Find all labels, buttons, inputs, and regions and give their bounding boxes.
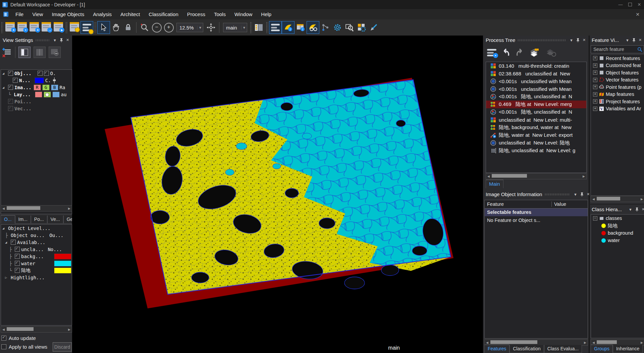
- tab-image-layers[interactable]: Im...: [15, 216, 31, 224]
- feature-view-hscrollbar[interactable]: ◀ ▶: [591, 196, 644, 202]
- process-row[interactable]: 陆地, background, water at New: [486, 124, 586, 131]
- select-cursor-button[interactable]: [97, 21, 110, 34]
- red-channel-cell[interactable]: R: [34, 84, 41, 91]
- water-checkbox[interactable]: [15, 261, 20, 266]
- opacity-checkbox[interactable]: [44, 71, 49, 76]
- tree-row-object-outline[interactable]: ├ Object ou... Ou...: [1, 232, 72, 239]
- feature-group-row[interactable]: + Recent features: [591, 55, 644, 62]
- tab-point-clouds[interactable]: Po...: [31, 216, 47, 224]
- process-row[interactable]: 陆地, water at New Level: export: [486, 131, 586, 139]
- panel-menu-chevron-icon[interactable]: ▼: [568, 37, 575, 43]
- tab-object-levels[interactable]: O...: [1, 215, 15, 224]
- toolbar-grip[interactable]: [266, 22, 268, 33]
- scroll-left-icon[interactable]: ◀: [486, 175, 491, 178]
- feature-group-row[interactable]: + Vector features: [591, 76, 644, 84]
- layer-blue-cell[interactable]: [52, 92, 60, 98]
- menu-view[interactable]: View: [28, 10, 47, 19]
- expanded-triangle-icon[interactable]: ◢: [2, 226, 7, 230]
- tab-main[interactable]: Main: [486, 180, 503, 188]
- save-workspace-button[interactable]: ▪: [16, 21, 28, 34]
- feature-group-row[interactable]: + Point features (p: [591, 83, 644, 91]
- process-tree-list[interactable]: 03.140 multi-threshold: creatin 02:38.68…: [486, 62, 587, 173]
- scroll-left-icon[interactable]: ◀: [591, 341, 596, 344]
- save-ruleset-button[interactable]: [68, 21, 80, 34]
- panel-grip[interactable]: [544, 193, 570, 195]
- image-data-checkbox[interactable]: [8, 85, 13, 90]
- expanded-triangle-icon[interactable]: ◢: [2, 71, 7, 75]
- scroll-right-icon[interactable]: ▶: [581, 175, 586, 178]
- land-color-swatch[interactable]: [54, 268, 71, 274]
- panel-menu-chevron-icon[interactable]: ▼: [52, 37, 58, 43]
- expanded-triangle-icon[interactable]: ◢: [2, 85, 7, 89]
- feature-group-row[interactable]: + Project features: [591, 98, 644, 105]
- tab-class-evaluation[interactable]: Class Evalua...: [544, 345, 582, 353]
- tree-row-land-class[interactable]: └ 陆地: [1, 267, 72, 274]
- slider-icon[interactable]: [52, 77, 56, 83]
- apply-all-checkbox[interactable]: [1, 344, 6, 349]
- pin-icon[interactable]: [579, 191, 585, 197]
- selectable-features-row[interactable]: Selectable features: [485, 209, 588, 216]
- feature-group-row[interactable]: + V Variables and Ar: [591, 105, 644, 113]
- tree-row-vector[interactable]: Vec...: [1, 105, 72, 112]
- classes-root-row[interactable]: − classes: [591, 215, 644, 222]
- tree-row-object-level[interactable]: ◢ Object Level...: [1, 225, 72, 232]
- search-icon[interactable]: [637, 47, 642, 52]
- feature-group-row[interactable]: + Customized feat: [591, 62, 644, 69]
- unclassified-checkbox[interactable]: [15, 247, 20, 252]
- process-row[interactable]: 03.140 multi-threshold: creatin: [486, 62, 586, 70]
- process-tree-hscrollbar[interactable]: ◀ ▶: [486, 173, 587, 179]
- collapsed-triangle-icon[interactable]: ▷: [5, 276, 9, 279]
- close-icon[interactable]: ✕: [640, 207, 644, 213]
- feature-group-row[interactable]: + Object features: [591, 69, 644, 76]
- tree-row-point-cloud[interactable]: Poi...: [1, 98, 72, 105]
- scroll-left-icon[interactable]: ◀: [1, 207, 6, 210]
- edit-image-layer-mixing-icon[interactable]: [2, 47, 12, 57]
- toolbar-grip[interactable]: [1, 22, 3, 33]
- new-project-button[interactable]: +: [28, 21, 40, 34]
- tab-inheritance[interactable]: Inheritance: [613, 345, 643, 353]
- menu-file[interactable]: File: [11, 10, 28, 19]
- pin-icon[interactable]: [575, 37, 581, 43]
- expand-plus-icon[interactable]: +: [593, 92, 597, 97]
- tree-row-available[interactable]: ◢ Availab...: [1, 239, 72, 246]
- tab-groups[interactable]: Groups: [591, 345, 613, 353]
- column-feature[interactable]: Feature: [485, 201, 552, 207]
- process-row[interactable]: unclassified at New Level: multi-: [486, 116, 586, 124]
- toolbar-grip[interactable]: [65, 22, 67, 33]
- scroll-thumb[interactable]: [7, 206, 40, 210]
- blue-channel-cell[interactable]: B: [51, 84, 58, 91]
- pin-icon[interactable]: [634, 207, 640, 213]
- single-layer-view-button[interactable]: [18, 47, 31, 58]
- expand-plus-icon[interactable]: +: [593, 63, 597, 68]
- process-row[interactable]: <0.001s unclassified with Mean: [486, 77, 586, 85]
- split-view-button[interactable]: [253, 21, 265, 34]
- view-layer-button[interactable]: [269, 21, 282, 34]
- active-map-combobox[interactable]: main ▼: [223, 23, 247, 32]
- process-row[interactable]: 02:38.688 unclassified at New: [486, 70, 586, 77]
- image-object-info-header[interactable]: Image Object Information ▼ ✕: [483, 190, 593, 199]
- feature-group-row[interactable]: + Map features: [591, 91, 644, 98]
- zoom-scene-button[interactable]: [343, 21, 356, 34]
- scroll-right-icon[interactable]: ▶: [67, 207, 72, 210]
- redo-icon[interactable]: [515, 48, 525, 57]
- tree-row-objects[interactable]: ◢ Obj... O.: [1, 70, 72, 77]
- background-color-swatch[interactable]: [54, 253, 71, 259]
- scroll-right-icon[interactable]: ▶: [639, 341, 644, 344]
- tree-row-outline-color[interactable]: N... C.: [1, 77, 72, 84]
- view-classification-button[interactable]: i: [282, 21, 294, 34]
- process-row[interactable]: unclassified at New Level: 陆地: [486, 139, 586, 147]
- panel-menu-chevron-icon[interactable]: ▼: [572, 191, 579, 197]
- menu-architect[interactable]: Architect: [116, 10, 144, 19]
- close-icon[interactable]: ✕: [64, 37, 71, 43]
- view-settings-hscrollbar[interactable]: ◀ ▶: [1, 205, 72, 212]
- scroll-thumb[interactable]: [490, 340, 537, 344]
- panel-menu-chevron-icon[interactable]: ▼: [624, 37, 631, 43]
- tab-features[interactable]: Features: [484, 345, 509, 353]
- tree-row-unclassified[interactable]: ├ uncla... No...: [1, 246, 72, 253]
- scroll-left-icon[interactable]: ◀: [591, 197, 596, 201]
- toolbar-grip[interactable]: [250, 22, 252, 33]
- undo-icon[interactable]: [501, 48, 511, 57]
- expand-plus-icon[interactable]: +: [593, 56, 597, 60]
- water-color-swatch[interactable]: [54, 260, 71, 267]
- process-row[interactable]: <0.001s 陆地, unclassified at N: [486, 108, 586, 116]
